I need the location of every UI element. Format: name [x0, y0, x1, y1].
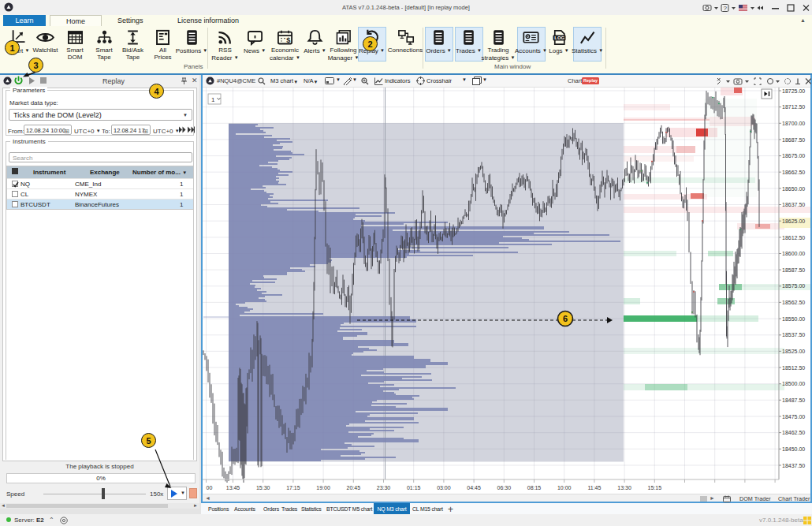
svg-text:10:00: 10:00	[557, 485, 572, 491]
svg-text:18662.50: 18662.50	[782, 170, 805, 175]
svg-text:15:30: 15:30	[256, 485, 270, 491]
svg-text:18675.00: 18675.00	[782, 153, 805, 159]
svg-text:01:15: 01:15	[407, 485, 421, 491]
svg-text:18500.00: 18500.00	[782, 381, 805, 386]
svg-text:18575.00: 18575.00	[782, 283, 805, 289]
svg-text:18462.50: 18462.50	[782, 430, 805, 435]
svg-text:18587.50: 18587.50	[782, 267, 805, 273]
svg-text:18550.00: 18550.00	[782, 316, 805, 322]
svg-text:18687.50: 18687.50	[782, 137, 805, 143]
svg-text:6: 6	[563, 314, 568, 323]
svg-text:18625.00: 18625.00	[782, 218, 805, 224]
svg-text:06:30: 06:30	[497, 485, 512, 491]
svg-text:19:00: 19:00	[316, 485, 330, 491]
svg-text:18725.00: 18725.00	[782, 88, 805, 94]
svg-text:?: ?	[724, 5, 728, 12]
svg-text:00: 00	[207, 485, 213, 491]
svg-text:LOG: LOG	[554, 35, 564, 40]
svg-text:18600.00: 18600.00	[782, 251, 805, 256]
svg-text:13:45: 13:45	[226, 485, 240, 491]
svg-text:15:15: 15:15	[648, 485, 662, 491]
svg-text:18437.50: 18437.50	[782, 463, 805, 468]
svg-text:18700.00: 18700.00	[782, 121, 805, 126]
svg-text:13:30: 13:30	[617, 485, 631, 491]
svg-text:18562.50: 18562.50	[782, 300, 805, 305]
svg-text:03:00: 03:00	[437, 485, 451, 491]
svg-text:18512.50: 18512.50	[782, 365, 805, 371]
svg-text:23:30: 23:30	[377, 485, 391, 491]
svg-text:20:45: 20:45	[347, 485, 361, 491]
svg-text:08:15: 08:15	[527, 485, 542, 491]
svg-text:18612.50: 18612.50	[782, 235, 805, 241]
svg-text:$: $	[286, 36, 290, 44]
svg-text:1: 1	[211, 96, 215, 103]
svg-text:18537.50: 18537.50	[782, 332, 805, 338]
svg-text:18525.00: 18525.00	[782, 349, 805, 354]
svg-text:04:45: 04:45	[467, 485, 481, 491]
svg-text:11:45: 11:45	[587, 485, 601, 491]
svg-text:18712.50: 18712.50	[782, 104, 805, 110]
svg-text:18637.50: 18637.50	[782, 202, 805, 207]
svg-text:18650.00: 18650.00	[782, 186, 805, 192]
svg-text:18450.00: 18450.00	[782, 446, 805, 452]
svg-text:17:15: 17:15	[286, 485, 300, 491]
svg-text:18487.50: 18487.50	[782, 397, 805, 403]
svg-text:18475.00: 18475.00	[782, 414, 805, 420]
